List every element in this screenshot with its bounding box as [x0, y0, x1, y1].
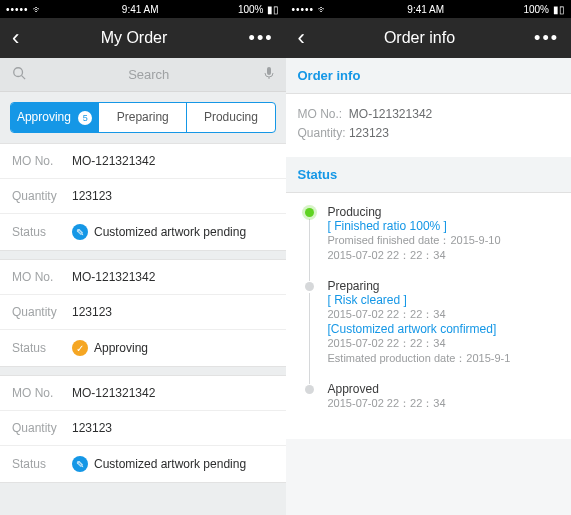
timeline-dot-icon [305, 282, 314, 291]
status-icon: ✓ [72, 340, 88, 356]
timeline-item: Producing [ Finished ratio 100% ] Promis… [306, 205, 560, 279]
battery-icon: ▮▯ [553, 4, 565, 15]
timeline-dot-icon [305, 208, 314, 217]
search-bar[interactable]: Search [0, 58, 286, 92]
tab-approving[interactable]: Approving 5 [11, 103, 99, 132]
search-icon [12, 66, 26, 83]
timeline-item: Preparing [ Risk cleared ] 2015-07-02 22… [306, 279, 560, 382]
status-time: 9:41 AM [122, 4, 159, 15]
list-item[interactable]: MO No.MO-121321342 Quantity123123 Status… [0, 259, 286, 367]
status-bar: •••••ᯤ 9:41 AM 100%▮▯ [286, 0, 572, 18]
battery-pct: 100% [238, 4, 264, 15]
status-tabs: Approving 5 Preparing Producing [10, 102, 276, 133]
page-title: Order info [384, 29, 455, 47]
mic-icon[interactable] [264, 66, 274, 83]
status-timeline: Producing [ Finished ratio 100% ] Promis… [286, 193, 572, 439]
section-order-info: Order info [286, 58, 572, 94]
back-icon[interactable]: ‹ [298, 25, 305, 51]
approving-count: 5 [78, 111, 92, 125]
order-list: MO No.MO-121321342 Quantity123123 Status… [0, 143, 286, 515]
order-info-block: MO No.: MO-121321342 Quantity: 123123 [286, 94, 572, 157]
back-icon[interactable]: ‹ [12, 25, 19, 51]
timeline-dot-icon [305, 385, 314, 394]
search-placeholder: Search [34, 67, 264, 82]
order-info-screen: •••••ᯤ 9:41 AM 100%▮▯ ‹ Order info ••• O… [286, 0, 572, 515]
more-icon[interactable]: ••• [534, 28, 559, 49]
section-status: Status [286, 157, 572, 193]
wifi-icon: ᯤ [318, 4, 328, 15]
list-item[interactable]: MO No.MO-121321342 Quantity123123 Status… [0, 143, 286, 251]
svg-point-0 [14, 68, 23, 77]
status-time: 9:41 AM [407, 4, 444, 15]
timeline-item: Approved 2015-07-02 22：22：34 [306, 382, 560, 427]
tab-producing[interactable]: Producing [187, 103, 274, 132]
list-item[interactable]: MO No.MO-121321342 Quantity123123 Status… [0, 375, 286, 483]
status-icon: ✎ [72, 224, 88, 240]
battery-icon: ▮▯ [267, 4, 279, 15]
signal-icon: ••••• [292, 4, 315, 15]
signal-icon: ••••• [6, 4, 29, 15]
page-title: My Order [101, 29, 168, 47]
tab-preparing[interactable]: Preparing [99, 103, 187, 132]
wifi-icon: ᯤ [33, 4, 43, 15]
svg-rect-2 [267, 67, 271, 75]
nav-bar: ‹ Order info ••• [286, 18, 572, 58]
more-icon[interactable]: ••• [249, 28, 274, 49]
battery-pct: 100% [523, 4, 549, 15]
svg-line-1 [22, 76, 26, 80]
status-icon: ✎ [72, 456, 88, 472]
my-order-screen: •••••ᯤ 9:41 AM 100%▮▯ ‹ My Order ••• Sea… [0, 0, 286, 515]
status-bar: •••••ᯤ 9:41 AM 100%▮▯ [0, 0, 286, 18]
nav-bar: ‹ My Order ••• [0, 18, 286, 58]
